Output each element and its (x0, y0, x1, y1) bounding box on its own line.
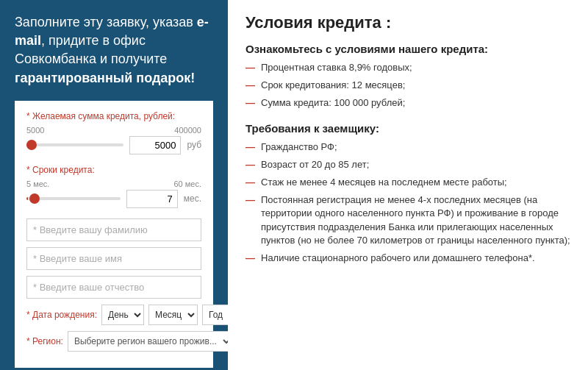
list-item: Наличие стационарного рабочего или домаш… (245, 252, 570, 265)
region-select[interactable]: Выберите регион вашего прожив... (68, 331, 233, 352)
patronymic-input[interactable] (26, 276, 201, 299)
term-label: * Сроки кредита: (26, 165, 201, 175)
list-item: Постоянная регистрация не менее 4-х посл… (245, 193, 570, 247)
section2-title: Требования к заемщику: (245, 122, 570, 135)
amount-value-input[interactable]: 5000 (129, 136, 181, 154)
list-item: Гражданство РФ; (245, 140, 570, 154)
dob-label: * Дата рождения: (26, 310, 97, 320)
amount-slider-container: * Желаемая сумма кредита, рублей: 5000 4… (26, 111, 201, 154)
amount-unit: руб (187, 140, 201, 150)
list-item: Срок кредитования: 12 месяцев; (245, 79, 570, 92)
amount-min: 5000 (26, 126, 44, 135)
headline: Заполните эту заявку, указав e-mail, при… (15, 13, 213, 88)
section1-list: Процентная ставка 8,9% годовых; Срок кре… (245, 61, 570, 110)
section1-title: Ознакомьтесь с условиями нашего кредита: (245, 43, 570, 55)
left-panel: Заполните эту заявку, указав e-mail, при… (0, 0, 228, 370)
right-panel: Условия кредита : Ознакомьтесь с условия… (228, 0, 588, 370)
list-item: Стаж не менее 4 месяцев на последнем мес… (245, 176, 570, 189)
amount-range-input[interactable] (26, 143, 123, 146)
region-label: * Регион: (26, 336, 63, 346)
first-name-input[interactable] (26, 247, 201, 270)
term-max: 60 мес. (173, 179, 201, 188)
list-item: Сумма кредита: 100 000 рублей; (245, 96, 570, 110)
amount-max: 400000 (174, 126, 201, 135)
form-section: * Желаемая сумма кредита, рублей: 5000 4… (15, 101, 213, 368)
section2-list: Гражданство РФ; Возраст от 20 до 85 лет;… (245, 140, 570, 266)
list-item: Процентная ставка 8,9% годовых; (245, 61, 570, 74)
term-min: 5 мес. (26, 179, 49, 188)
term-value-input[interactable]: 7 (126, 190, 178, 208)
term-range-input[interactable] (26, 197, 121, 200)
amount-label: * Желаемая сумма кредита, рублей: (26, 111, 201, 121)
right-title: Условия кредита : (245, 13, 570, 32)
term-slider-container: * Сроки кредита: 5 мес. 60 мес. 7 мес. (26, 165, 201, 208)
last-name-input[interactable] (26, 218, 201, 241)
amount-range-labels: 5000 400000 (26, 126, 201, 135)
list-item: Возраст от 20 до 85 лет; (245, 158, 570, 171)
term-range-labels: 5 мес. 60 мес. (26, 179, 201, 188)
dob-month-select[interactable]: Месяц (148, 305, 198, 325)
dob-row: * Дата рождения: День Месяц Год (26, 305, 201, 325)
dob-day-select[interactable]: День (101, 305, 144, 325)
region-row: * Регион: Выберите регион вашего прожив.… (26, 331, 201, 352)
term-unit: мес. (184, 193, 201, 204)
